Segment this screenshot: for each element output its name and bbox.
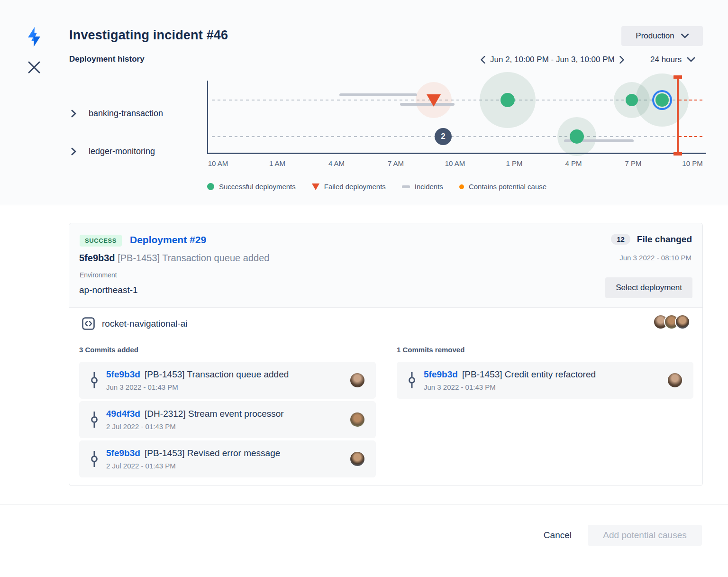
selector-row-dash xyxy=(679,136,705,137)
deployment-datetime: Jun 3 2022 - 08:10 PM xyxy=(619,254,692,262)
deployment-history-panel: Investigating incident #46 Deployment hi… xyxy=(0,0,728,205)
x-tick-label: 7 PM xyxy=(625,159,641,167)
commit-body: 5fe9b3d [PB-1453] Credit entity refactor… xyxy=(424,369,668,391)
commit-author-avatar xyxy=(350,452,364,466)
row-label: banking-transaction xyxy=(89,109,163,119)
success-deployment-marker[interactable] xyxy=(500,93,515,107)
commit-author-avatar xyxy=(350,412,364,427)
commit-row[interactable]: 5fe9b3d [PB-1453] Revised error message … xyxy=(79,440,376,477)
date-range-nav: Jun 2, 10:00 PM - Jun 3, 10:00 PM xyxy=(481,53,624,66)
close-icon[interactable] xyxy=(26,59,42,75)
status-badge: SUCCESS xyxy=(80,235,122,247)
commit-hash-link[interactable]: 5fe9b3d xyxy=(106,369,140,379)
commit-body: 49d4f3d [DH-2312] Stream event processor… xyxy=(106,409,350,430)
deployment-link[interactable]: Deployment #29 xyxy=(130,234,206,246)
page-title: Investigating incident #46 xyxy=(69,28,228,43)
time-selector-line xyxy=(677,77,679,154)
commit-message: [PB-1453] Revised error message xyxy=(142,448,280,458)
success-legend-icon xyxy=(207,183,214,190)
files-changed: 12 File changed xyxy=(611,234,692,245)
time-range-dropdown[interactable]: 24 hours xyxy=(650,53,695,66)
selector-row-dash xyxy=(679,100,705,101)
commits-removed-section: 1 Commits removed 5fe9b3d [PB-1453] Cred… xyxy=(397,346,693,401)
commit-node-icon xyxy=(408,372,416,388)
commits-added-section: 3 Commits added 5fe9b3d [PB-1453] Transa… xyxy=(79,346,376,480)
legend-label: Successful deployments xyxy=(219,183,296,191)
next-range-icon[interactable] xyxy=(619,56,624,64)
commits-added-list: 5fe9b3d [PB-1453] Transaction queue adde… xyxy=(79,362,376,477)
commit-message: [DH-2312] Stream event processor xyxy=(142,409,284,419)
contributor-avatars xyxy=(657,314,690,330)
expand-chevron-icon[interactable] xyxy=(71,110,76,118)
commit-title: 5fe9b3d [PB-1453] Transaction queue adde… xyxy=(106,369,350,380)
commit-message: [PB-1453] Transaction queue added xyxy=(142,369,289,379)
commit-title: 49d4f3d [DH-2312] Stream event processor xyxy=(106,409,350,419)
selected-deployment-marker[interactable] xyxy=(655,93,669,107)
x-tick-label: 1 AM xyxy=(269,159,285,167)
x-tick-label: 10 PM xyxy=(682,159,702,167)
commit-hash-link[interactable]: 5fe9b3d xyxy=(424,369,458,379)
commit-row[interactable]: 5fe9b3d [PB-1453] Credit entity refactor… xyxy=(397,362,693,399)
commit-date: Jun 3 2022 - 01:43 PM xyxy=(424,383,668,391)
time-range-label: 24 hours xyxy=(650,55,682,64)
commit-message: [PB-1453] Credit entity refactored xyxy=(460,369,596,379)
commits-removed-heading: 1 Commits removed xyxy=(397,346,693,354)
legend-label: Contains potential cause xyxy=(469,183,546,191)
success-deployment-marker[interactable] xyxy=(626,94,638,106)
environment-dropdown[interactable]: Production xyxy=(621,26,703,46)
files-changed-label: File changed xyxy=(637,234,692,245)
x-tick-label: 4 AM xyxy=(328,159,345,167)
date-range-label: Jun 2, 10:00 PM - Jun 3, 10:00 PM xyxy=(490,55,615,64)
commit-hash-link[interactable]: 49d4f3d xyxy=(106,409,140,419)
chart-row-ledger-monitoring: ledger-monitoring xyxy=(71,147,155,156)
commit-date: Jun 3 2022 - 01:43 PM xyxy=(106,383,350,391)
time-selector-top-cap xyxy=(673,75,682,79)
x-axis-ticks: 10 AM1 AM4 AM7 AM10 AM1 PM4 PM7 PM10 PM xyxy=(0,159,728,169)
grouped-events-badge[interactable]: 2 xyxy=(435,128,452,145)
commit-row[interactable]: 5fe9b3d [PB-1453] Transaction queue adde… xyxy=(79,362,376,399)
legend-label: Failed deployments xyxy=(324,183,386,191)
deployment-card-header: SUCCESS Deployment #29 5fe9b3d [PB-1453]… xyxy=(69,223,702,308)
x-tick-label: 1 PM xyxy=(506,159,522,167)
commit-author-avatar xyxy=(350,373,364,387)
chart-row-banking-transaction: banking-transaction xyxy=(71,109,163,119)
commit-hash: 5fe9b3d xyxy=(79,253,115,263)
x-tick-label: 10 AM xyxy=(445,159,465,167)
environment-label: Environment xyxy=(80,271,117,279)
add-potential-causes-button[interactable]: Add potential causes xyxy=(588,525,702,546)
x-tick-label: 10 AM xyxy=(208,159,228,167)
commits-added-heading: 3 Commits added xyxy=(79,346,376,354)
commit-hash-link[interactable]: 5fe9b3d xyxy=(106,448,140,458)
row-label: ledger-monitoring xyxy=(89,147,155,156)
legend-label: Incidents xyxy=(415,183,443,191)
prev-range-icon[interactable] xyxy=(481,56,485,64)
incident-bar xyxy=(339,93,417,96)
deployment-timeline-chart[interactable]: 2 xyxy=(207,81,706,154)
cancel-button[interactable]: Cancel xyxy=(544,530,572,540)
expand-chevron-icon[interactable] xyxy=(71,147,76,156)
files-count-badge: 12 xyxy=(611,234,630,245)
success-deployment-marker[interactable] xyxy=(570,129,584,144)
commit-node-icon xyxy=(91,451,98,467)
commit-node-icon xyxy=(91,412,98,428)
repository-code-icon xyxy=(82,317,95,330)
commit-author-avatar xyxy=(668,373,682,387)
commit-title: 5fe9b3d [PB-1453] Credit entity refactor… xyxy=(424,369,668,380)
select-deployment-button[interactable]: Select deployment xyxy=(605,277,692,298)
repository-name: rocket-navigational-ai xyxy=(102,319,188,329)
deployment-commit-line: 5fe9b3d [PB-1453] Transaction queue adde… xyxy=(79,253,269,264)
commit-message: [PB-1453] Transaction queue added xyxy=(118,253,269,263)
commit-date: 2 Jul 2022 - 01:43 PM xyxy=(106,462,350,470)
row-gridline xyxy=(212,136,693,137)
chevron-down-icon xyxy=(681,34,689,38)
x-tick-label: 7 AM xyxy=(388,159,404,167)
incident-legend-icon xyxy=(402,185,410,188)
legend-item-cause: Contains potential cause xyxy=(459,183,546,191)
time-selector-bottom-cap xyxy=(673,152,682,156)
repository-row: rocket-navigational-ai xyxy=(82,317,188,330)
commit-body: 5fe9b3d [PB-1453] Transaction queue adde… xyxy=(106,369,350,391)
commit-row[interactable]: 49d4f3d [DH-2312] Stream event processor… xyxy=(79,401,376,438)
commit-body: 5fe9b3d [PB-1453] Revised error message … xyxy=(106,448,350,470)
environment-dropdown-label: Production xyxy=(636,31,674,41)
legend-item-failed: Failed deployments xyxy=(312,183,386,191)
